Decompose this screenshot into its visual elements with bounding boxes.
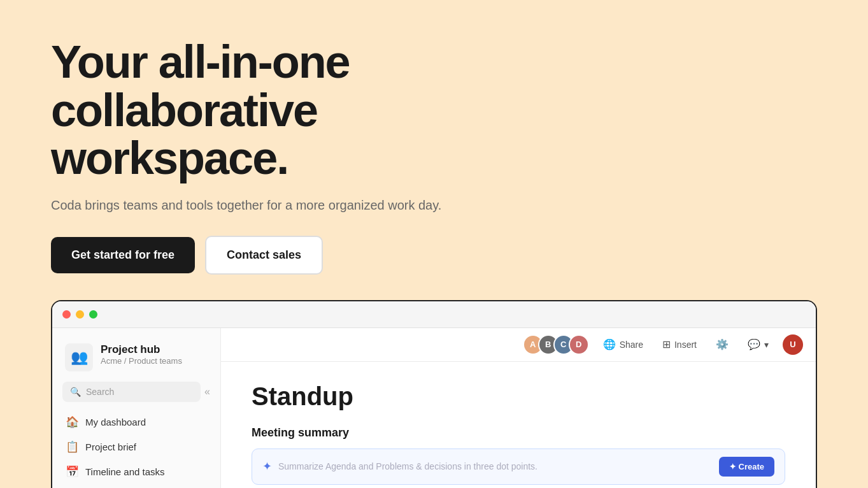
window-body: 👥 Project hub Acme / Product teams 🔍 Sea… (52, 328, 816, 488)
hero-title: Your all-in-one collaborative workspace. (51, 38, 522, 183)
sidebar-item-project-brief-label: Project brief (85, 441, 136, 452)
ai-create-button[interactable]: ✦ Create (719, 457, 774, 477)
main-content: A B C D 🌐 Share ⊞ Insert ⚙️ 💬 (221, 328, 816, 488)
chevron-down-icon: ▾ (764, 340, 769, 350)
hero-section: Your all-in-one collaborative workspace.… (0, 0, 868, 300)
sidebar-search-box[interactable]: 🔍 Search (62, 382, 201, 402)
meeting-summary-heading: Meeting summary (252, 426, 785, 440)
search-icon: 🔍 (70, 387, 81, 397)
doc-body: Standup Meeting summary ✦ Summarize Agen… (221, 362, 816, 488)
hero-buttons: Get started for free Contact sales (51, 236, 522, 275)
ai-summarize-box[interactable]: ✦ Summarize Agenda and Problems & decisi… (252, 449, 785, 485)
main-toolbar: A B C D 🌐 Share ⊞ Insert ⚙️ 💬 (221, 328, 816, 362)
project-brief-icon: 📋 (65, 440, 79, 454)
traffic-light-yellow[interactable] (76, 310, 84, 319)
insert-button[interactable]: ⊞ Insert (657, 335, 702, 354)
sidebar-title: Project hub (101, 343, 182, 356)
ai-spark-icon: ✦ (262, 459, 272, 473)
ai-placeholder-text: Summarize Agenda and Problems & decision… (278, 461, 713, 471)
sidebar-item-timeline[interactable]: 📅 Timeline and tasks (52, 459, 220, 484)
gear-icon: ⚙️ (716, 338, 729, 350)
sidebar-item-dashboard-label: My dashboard (85, 417, 146, 427)
traffic-light-green[interactable] (89, 310, 97, 319)
comment-icon: 💬 (748, 338, 760, 350)
timeline-icon: 📅 (65, 465, 79, 478)
insert-icon: ⊞ (662, 338, 671, 350)
sidebar-header: 👥 Project hub Acme / Product teams (52, 338, 220, 382)
sidebar-title-block: Project hub Acme / Product teams (101, 343, 182, 366)
share-icon: 🌐 (603, 338, 616, 350)
share-button[interactable]: 🌐 Share (598, 335, 648, 354)
avatar-4: D (569, 334, 589, 355)
sidebar: 👥 Project hub Acme / Product teams 🔍 Sea… (52, 328, 221, 488)
avatar-group: A B C D (523, 334, 589, 355)
sidebar-item-project-brief[interactable]: 📋 Project brief (52, 434, 220, 459)
share-label: Share (620, 340, 643, 350)
collapse-sidebar-icon[interactable]: « (204, 386, 210, 398)
app-window: 👥 Project hub Acme / Product teams 🔍 Sea… (51, 300, 817, 488)
sidebar-item-timeline-label: Timeline and tasks (85, 466, 165, 477)
sidebar-subtitle: Acme / Product teams (101, 356, 182, 366)
sidebar-search-row: 🔍 Search « (62, 382, 210, 402)
search-input[interactable]: Search (86, 387, 193, 397)
dashboard-icon: 🏠 (65, 415, 79, 429)
traffic-light-red[interactable] (62, 310, 71, 319)
get-started-button[interactable]: Get started for free (51, 237, 195, 273)
insert-label: Insert (674, 340, 697, 350)
doc-title: Standup (252, 382, 785, 411)
sidebar-logo: 👥 (65, 343, 93, 371)
sidebar-item-dashboard[interactable]: 🏠 My dashboard (52, 410, 220, 434)
user-avatar[interactable]: U (783, 334, 803, 355)
hero-subtitle: Coda brings teams and tools together for… (51, 198, 522, 213)
settings-button[interactable]: ⚙️ (711, 335, 734, 354)
comment-button[interactable]: 💬 ▾ (743, 335, 774, 354)
window-titlebar (52, 301, 816, 328)
contact-sales-button[interactable]: Contact sales (205, 236, 323, 275)
